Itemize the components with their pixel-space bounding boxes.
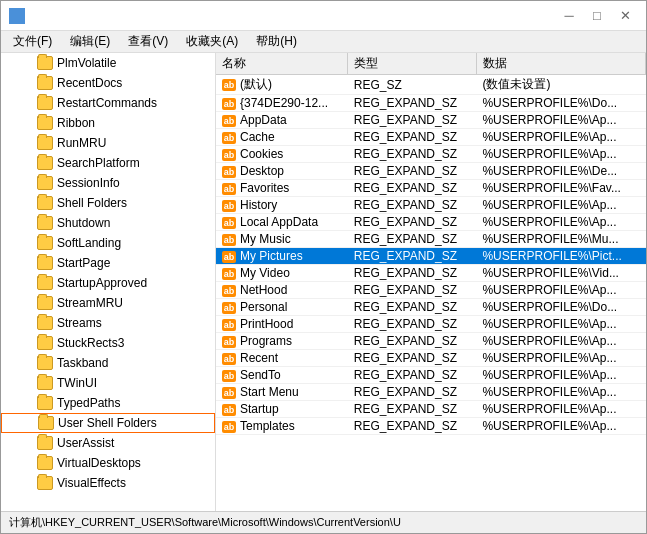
tree-item[interactable]: VisualEffects: [1, 473, 215, 493]
table-row[interactable]: abAppDataREG_EXPAND_SZ%USERPROFILE%\Ap..…: [216, 112, 646, 129]
reg-name-cell: abRecent: [216, 350, 348, 367]
reg-type-icon: ab: [222, 98, 236, 110]
col-name[interactable]: 名称: [216, 53, 348, 75]
table-row[interactable]: abFavoritesREG_EXPAND_SZ%USERPROFILE%\Fa…: [216, 180, 646, 197]
folder-icon: [37, 436, 53, 450]
table-row[interactable]: abSendToREG_EXPAND_SZ%USERPROFILE%\Ap...: [216, 367, 646, 384]
tree-item-label: Shutdown: [57, 216, 110, 230]
table-row[interactable]: abStartupREG_EXPAND_SZ%USERPROFILE%\Ap..…: [216, 401, 646, 418]
reg-name-cell: abMy Music: [216, 231, 348, 248]
reg-data-cell: %USERPROFILE%\Do...: [476, 299, 645, 316]
tree-item[interactable]: SessionInfo: [1, 173, 215, 193]
folder-icon: [37, 456, 53, 470]
table-row[interactable]: abRecentREG_EXPAND_SZ%USERPROFILE%\Ap...: [216, 350, 646, 367]
reg-type-icon: ab: [222, 404, 236, 416]
reg-type-cell: REG_EXPAND_SZ: [348, 95, 477, 112]
table-row[interactable]: abCookiesREG_EXPAND_SZ%USERPROFILE%\Ap..…: [216, 146, 646, 163]
table-row[interactable]: abHistoryREG_EXPAND_SZ%USERPROFILE%\Ap..…: [216, 197, 646, 214]
table-row[interactable]: abPrintHoodREG_EXPAND_SZ%USERPROFILE%\Ap…: [216, 316, 646, 333]
tree-item-label: Taskband: [57, 356, 108, 370]
tree-item[interactable]: TWinUI: [1, 373, 215, 393]
main-content: PlmVolatileRecentDocsRestartCommandsRibb…: [1, 53, 646, 511]
tree-item[interactable]: StartPage: [1, 253, 215, 273]
tree-item[interactable]: RecentDocs: [1, 73, 215, 93]
table-row[interactable]: abCacheREG_EXPAND_SZ%USERPROFILE%\Ap...: [216, 129, 646, 146]
table-row[interactable]: abNetHoodREG_EXPAND_SZ%USERPROFILE%\Ap..…: [216, 282, 646, 299]
reg-type-cell: REG_EXPAND_SZ: [348, 197, 477, 214]
tree-item[interactable]: UserAssist: [1, 433, 215, 453]
tree-item[interactable]: SoftLanding: [1, 233, 215, 253]
folder-icon: [37, 256, 53, 270]
reg-name-cell: abCache: [216, 129, 348, 146]
table-row[interactable]: abStart MenuREG_EXPAND_SZ%USERPROFILE%\A…: [216, 384, 646, 401]
col-type[interactable]: 类型: [348, 53, 477, 75]
tree-item[interactable]: PlmVolatile: [1, 53, 215, 73]
reg-type-icon: ab: [222, 234, 236, 246]
menu-item[interactable]: 帮助(H): [248, 31, 305, 52]
tree-item[interactable]: RunMRU: [1, 133, 215, 153]
reg-type-cell: REG_EXPAND_SZ: [348, 146, 477, 163]
menu-item[interactable]: 编辑(E): [62, 31, 118, 52]
reg-type-icon: ab: [222, 166, 236, 178]
tree-item[interactable]: SearchPlatform: [1, 153, 215, 173]
menu-item[interactable]: 收藏夹(A): [178, 31, 246, 52]
tree-item[interactable]: Taskband: [1, 353, 215, 373]
reg-type-icon: ab: [222, 336, 236, 348]
table-row[interactable]: abDesktopREG_EXPAND_SZ%USERPROFILE%\De..…: [216, 163, 646, 180]
table-row[interactable]: abMy VideoREG_EXPAND_SZ%USERPROFILE%\Vid…: [216, 265, 646, 282]
reg-data-cell: %USERPROFILE%\Ap...: [476, 197, 645, 214]
table-row[interactable]: ab{374DE290-12...REG_EXPAND_SZ%USERPROFI…: [216, 95, 646, 112]
folder-icon: [37, 276, 53, 290]
tree-item[interactable]: StartupApproved: [1, 273, 215, 293]
tree-item[interactable]: StuckRects3: [1, 333, 215, 353]
table-row[interactable]: abMy PicturesREG_EXPAND_SZ%USERPROFILE%\…: [216, 248, 646, 265]
registry-values-pane[interactable]: 名称 类型 数据 ab(默认)REG_SZ(数值未设置)ab{374DE290-…: [216, 53, 646, 511]
reg-type-cell: REG_EXPAND_SZ: [348, 129, 477, 146]
tree-item[interactable]: RestartCommands: [1, 93, 215, 113]
reg-type-cell: REG_EXPAND_SZ: [348, 418, 477, 435]
folder-icon: [37, 176, 53, 190]
tree-pane[interactable]: PlmVolatileRecentDocsRestartCommandsRibb…: [1, 53, 216, 511]
reg-data-cell: %USERPROFILE%\Mu...: [476, 231, 645, 248]
reg-type-icon: ab: [222, 149, 236, 161]
reg-type-cell: REG_EXPAND_SZ: [348, 163, 477, 180]
tree-item-label: PlmVolatile: [57, 56, 116, 70]
tree-item[interactable]: Shutdown: [1, 213, 215, 233]
reg-type-cell: REG_SZ: [348, 75, 477, 95]
tree-item-label: RecentDocs: [57, 76, 122, 90]
table-row[interactable]: ab(默认)REG_SZ(数值未设置): [216, 75, 646, 95]
tree-item-label: SoftLanding: [57, 236, 121, 250]
maximize-button[interactable]: □: [584, 6, 610, 26]
menu-item[interactable]: 查看(V): [120, 31, 176, 52]
minimize-button[interactable]: ─: [556, 6, 582, 26]
reg-type-icon: ab: [222, 115, 236, 127]
tree-item[interactable]: TypedPaths: [1, 393, 215, 413]
tree-item[interactable]: Ribbon: [1, 113, 215, 133]
tree-item[interactable]: Shell Folders: [1, 193, 215, 213]
col-data[interactable]: 数据: [476, 53, 645, 75]
tree-item[interactable]: StreamMRU: [1, 293, 215, 313]
folder-icon: [37, 476, 53, 490]
reg-type-icon: ab: [222, 353, 236, 365]
menu-item[interactable]: 文件(F): [5, 31, 60, 52]
table-row[interactable]: abPersonalREG_EXPAND_SZ%USERPROFILE%\Do.…: [216, 299, 646, 316]
folder-icon: [37, 76, 53, 90]
reg-type-cell: REG_EXPAND_SZ: [348, 350, 477, 367]
reg-type-icon: ab: [222, 421, 236, 433]
table-row[interactable]: abLocal AppDataREG_EXPAND_SZ%USERPROFILE…: [216, 214, 646, 231]
tree-item-label: Ribbon: [57, 116, 95, 130]
close-button[interactable]: ✕: [612, 6, 638, 26]
table-row[interactable]: abMy MusicREG_EXPAND_SZ%USERPROFILE%\Mu.…: [216, 231, 646, 248]
reg-type-icon: ab: [222, 251, 236, 263]
table-row[interactable]: abProgramsREG_EXPAND_SZ%USERPROFILE%\Ap.…: [216, 333, 646, 350]
registry-table: 名称 类型 数据 ab(默认)REG_SZ(数值未设置)ab{374DE290-…: [216, 53, 646, 435]
folder-icon: [37, 196, 53, 210]
reg-type-cell: REG_EXPAND_SZ: [348, 180, 477, 197]
tree-item[interactable]: Streams: [1, 313, 215, 333]
tree-item[interactable]: VirtualDesktops: [1, 453, 215, 473]
tree-item[interactable]: User Shell Folders: [1, 413, 215, 433]
table-row[interactable]: abTemplatesREG_EXPAND_SZ%USERPROFILE%\Ap…: [216, 418, 646, 435]
reg-data-cell: %USERPROFILE%\Ap...: [476, 418, 645, 435]
tree-item-label: Shell Folders: [57, 196, 127, 210]
reg-type-icon: ab: [222, 285, 236, 297]
